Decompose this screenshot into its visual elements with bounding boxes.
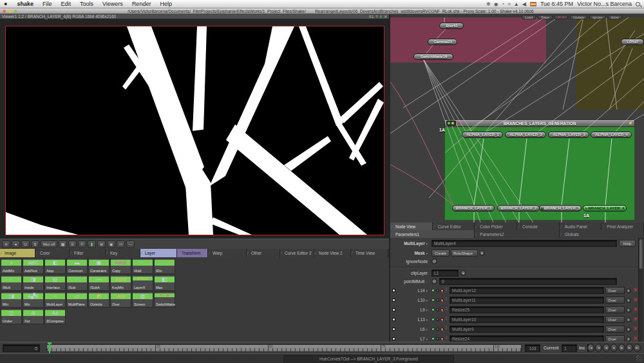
layer-mode-caret-icon[interactable]: ▾ [626,337,631,342]
layer-flag-led[interactable]: 1 [440,337,444,340]
tool-button[interactable]: × IMult [1,275,22,291]
tool-button[interactable]: ◫ Under [1,308,22,324]
play-reverse-button[interactable]: ◀ [595,344,602,352]
current-frame-field[interactable]: 1 [562,344,577,352]
mask-type-dropdown[interactable]: RotoShape [451,250,478,257]
mute-button[interactable]: Mut off [41,240,57,248]
stop-button[interactable]: ■ [611,344,618,352]
menu-item[interactable]: Viewers [98,1,128,7]
layer-drag-handle[interactable]: ⁞ [446,335,447,340]
layer-checkbox[interactable] [392,299,395,302]
layer-visible-led[interactable] [431,299,435,302]
node-view-button[interactable]: Load [522,15,536,19]
tool-tab[interactable]: Transform [177,249,208,257]
tool-tab[interactable]: Image [0,249,35,257]
graph-node[interactable]: BRANCH_LAYER_1 [452,205,495,211]
ignorenode-toggle[interactable]: ↺ [431,259,437,264]
cliplayer-dropdown[interactable]: L1 [431,270,459,277]
tool-button[interactable]: ▤ Interlace [44,275,66,291]
green-channel-button[interactable]: ▮ [88,240,96,248]
step-back-button[interactable]: ◀| [603,344,610,352]
sync-menu-icon[interactable]: ✻ [486,1,491,7]
graph-node[interactable]: LR5d7 [621,39,644,45]
menu-item[interactable]: shake [12,1,38,7]
zoom-fit-button[interactable]: ⊞ [97,240,106,248]
layer-mode-dropdown[interactable]: Over [605,306,625,313]
proxy-button[interactable]: $ [31,240,39,248]
clock-menu-icon[interactable]: ◔ [502,1,505,7]
tool-button[interactable]: ▣ Constraint [88,258,109,274]
layer-flag-led[interactable]: 1 [440,308,444,311]
overlay-button[interactable]: — [126,240,135,248]
graph-node[interactable]: ◉ BRANCH_LAYER_3 [539,205,582,211]
tool-button[interactable]: ≡ MultiLayer [44,291,66,308]
close-window-button[interactable] [3,10,6,13]
layer-delete-button[interactable]: ✕ [633,306,638,314]
tool-button[interactable]: ◧ Atop [44,258,66,274]
layer-mute-led[interactable] [436,337,439,340]
layer-mode-dropdown[interactable]: Over [605,326,625,333]
layer-checkbox[interactable] [392,289,395,292]
wifi-menu-icon[interactable]: ≈ [507,1,510,7]
tool-button[interactable]: ▬ Common [66,258,88,274]
parameters-scrollbar[interactable] [638,238,643,342]
spotlight-icon[interactable] [636,2,640,6]
tool-button[interactable]: ◨ Inside [23,275,44,291]
graph-node[interactable]: ALPHA_LAYER_2 [505,132,546,138]
layer-mode-dropdown[interactable]: Over [605,287,625,294]
tool-tab[interactable]: Curve Editor 2 [280,249,314,257]
layer-mode-caret-icon[interactable]: ▾ [626,317,631,322]
layer-mute-led[interactable] [436,308,439,311]
menu-item[interactable]: File [38,1,57,7]
layer-flag-led[interactable]: 1 [440,299,444,302]
layer-drag-handle[interactable]: ⁞ [446,306,447,311]
node-view-button[interactable]: Update [570,15,588,19]
pointmmult-field[interactable]: 0 [439,278,617,285]
layer-source-field[interactable]: MultiLayer12 [450,287,604,294]
layer-visible-led[interactable] [431,328,435,331]
go-end-button[interactable]: ▶| [634,344,641,352]
mask-type-caret-icon[interactable]: ▾ [479,250,485,256]
channel-a-button[interactable]: A [2,240,10,248]
minimize-window-button[interactable] [8,10,12,13]
layer-checkbox[interactable] [392,308,395,311]
tool-button[interactable]: ▱ MultiPlane [66,291,88,308]
layer-mute-led[interactable] [436,299,439,302]
resize-grip-icon[interactable] [636,355,643,362]
tool-tab[interactable]: Node View 2 [314,249,351,257]
parameter-tab[interactable]: Parameters2 [475,230,559,238]
graph-node[interactable]: ALPHA_LAYER_1 [462,132,503,138]
tool-button[interactable]: × AddMix [1,258,22,274]
input-language-flag-icon[interactable] [530,2,536,6]
node-view-button[interactable]: ignore [589,15,605,19]
layer-source-field[interactable]: MultiLayer9 [450,326,604,333]
node-view-button[interactable]: Save [538,15,553,19]
panel-tab[interactable]: Color Picker [475,222,517,230]
grid-button[interactable]: ▦ [59,240,67,248]
help-button[interactable]: Help [619,240,636,247]
layer-delete-button[interactable]: ✕ [633,296,638,304]
menu-item[interactable]: Edit [56,1,75,7]
layer-visible-led[interactable] [431,308,435,311]
graph-node[interactable]: SwitchMatte16 [413,54,453,60]
timeline-start-field[interactable]: -5 [3,344,40,352]
layer-source-field[interactable]: MultiLayer10 [450,316,604,323]
graph-node[interactable]: Gamma23 [428,39,457,45]
tool-tab[interactable]: Key [106,249,140,257]
graph-node[interactable]: ALPHA_LAYER_4 [591,132,632,138]
layer-visible-led[interactable] [431,337,435,340]
tool-button[interactable]: ABC AddText [23,258,44,274]
tool-tab[interactable]: Warp [208,249,247,257]
tool-button[interactable]: ABM KeyMix [110,275,131,291]
viewer-lut-button[interactable]: ① [68,240,77,248]
tool-button[interactable]: A⇄B Copy [110,258,131,274]
tool-button[interactable]: ▮▯ Max [154,275,175,291]
mask-create-button[interactable]: Create [431,250,450,257]
node-view-button[interactable]: ✕ ✕ [554,15,568,19]
panel-tab[interactable]: Audio Panel [560,222,602,230]
cliplayer-caret-icon[interactable]: ▾ [460,270,466,276]
layer-mute-led[interactable] [436,318,439,321]
roi-button[interactable]: ◉ [107,240,115,248]
layer-drag-handle[interactable]: ⁞ [446,287,447,291]
tool-tab[interactable]: Filter [70,249,106,257]
